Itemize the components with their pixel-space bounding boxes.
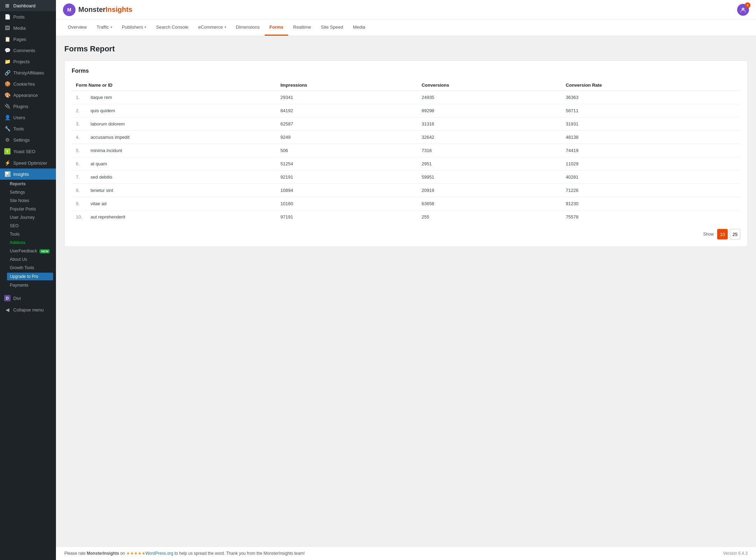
show-label: Show: [703, 232, 714, 237]
stars: ★★★★★: [126, 551, 145, 556]
tab-overview[interactable]: Overview: [63, 20, 92, 36]
sidebar-subitem-settings[interactable]: Settings: [0, 188, 56, 196]
row-conversions: 31316: [418, 117, 562, 131]
top-header: M MonsterInsights 0: [56, 0, 756, 20]
row-form-name: quis quidem: [86, 104, 276, 117]
tab-media[interactable]: Media: [348, 20, 370, 36]
row-form-name: vitae ad: [86, 197, 276, 210]
table-row: 7. sed debitis 92191 59951 40281: [72, 171, 740, 184]
row-conversion-rate: 75578: [562, 210, 740, 224]
tab-realtime[interactable]: Realtime: [288, 20, 316, 36]
page-btn-25[interactable]: 25: [730, 229, 740, 239]
row-number: 5.: [72, 144, 86, 157]
sidebar-item-label: Posts: [13, 14, 25, 20]
row-conversions: 255: [418, 210, 562, 224]
sidebar-item-posts[interactable]: 📄 Posts: [0, 11, 56, 22]
row-form-name: itaque rem: [86, 91, 276, 104]
row-form-name: tenetur sint: [86, 184, 276, 197]
sidebar: ⊞ Dashboard 📄 Posts 🖼 Media 📋 Pages 💬 Co…: [0, 0, 56, 560]
table-row: 3. laborum dolorem 62587 31316 31931: [72, 117, 740, 131]
sidebar-item-media[interactable]: 🖼 Media: [0, 22, 56, 34]
sidebar-subitem-seo[interactable]: SEO: [0, 222, 56, 230]
sidebar-item-dashboard[interactable]: ⊞ Dashboard: [0, 0, 56, 11]
page-btn-10[interactable]: 10: [717, 229, 728, 239]
table-row: 2. quis quidem 84192 89298 58711: [72, 104, 740, 117]
col-conversions: Conversions: [418, 80, 562, 91]
row-conversions: 32642: [418, 131, 562, 144]
sidebar-item-appearance[interactable]: 🎨 Appearance: [0, 89, 56, 101]
row-conversions: 59951: [418, 171, 562, 184]
sidebar-subitem-payments[interactable]: Payments: [0, 281, 56, 289]
row-impressions: 62587: [276, 117, 418, 131]
table-row: 5. minima incidunt 506 7316 74419: [72, 144, 740, 157]
table-row: 8. tenetur sint 10894 20919 71226: [72, 184, 740, 197]
sidebar-subitem-reports[interactable]: Reports: [0, 180, 56, 188]
wordpress-org-link[interactable]: WordPress.org: [145, 551, 173, 556]
sidebar-item-comments[interactable]: 💬 Comments: [0, 45, 56, 56]
header-avatar[interactable]: 0: [737, 4, 749, 16]
sidebar-item-label: Speed Optimizer: [13, 160, 47, 166]
tab-dimensions[interactable]: Dimensions: [231, 20, 265, 36]
yoast-icon: Y: [4, 148, 10, 155]
col-impressions: Impressions: [276, 80, 418, 91]
footer-text: Please rate MonsterInsights on ★★★★★Word…: [64, 551, 305, 556]
col-name: Form Name or ID: [72, 80, 276, 91]
sidebar-item-label: Tools: [13, 126, 24, 131]
sidebar-item-cookieyes[interactable]: 🍪 CookieYes: [0, 78, 56, 89]
row-number: 1.: [72, 91, 86, 104]
row-number: 7.: [72, 171, 86, 184]
row-impressions: 97191: [276, 210, 418, 224]
sidebar-item-yoast-seo[interactable]: Y Yoast SEO: [0, 145, 56, 157]
row-impressions: 84192: [276, 104, 418, 117]
tab-ecommerce[interactable]: eCommerce ▾: [193, 20, 231, 36]
sidebar-subitem-user-journey[interactable]: User Journey: [0, 213, 56, 222]
tab-publishers[interactable]: Publishers ▾: [117, 20, 151, 36]
table-row: 6. at quam 51254 2951 11029: [72, 157, 740, 171]
row-impressions: 9249: [276, 131, 418, 144]
row-form-name: at quam: [86, 157, 276, 171]
tab-forms[interactable]: Forms: [265, 20, 288, 36]
sidebar-item-label: Plugins: [13, 104, 28, 109]
sidebar-item-users[interactable]: 👤 Users: [0, 112, 56, 123]
collapse-icon: ◀: [4, 307, 10, 313]
row-impressions: 10160: [276, 197, 418, 210]
row-impressions: 10894: [276, 184, 418, 197]
row-number: 10.: [72, 210, 86, 224]
row-conversion-rate: 36363: [562, 91, 740, 104]
sidebar-subitem-popular-posts[interactable]: Popular Posts: [0, 205, 56, 213]
row-impressions: 51254: [276, 157, 418, 171]
svg-text:M: M: [67, 7, 71, 13]
sidebar-subitem-about-us[interactable]: About Us: [0, 255, 56, 264]
table-row: 9. vitae ad 10160 63658 91230: [72, 197, 740, 210]
sidebar-item-tools[interactable]: 🔧 Tools: [0, 123, 56, 134]
sidebar-item-thirstyaffiliates[interactable]: 🔗 ThirstyAffiliates: [0, 67, 56, 78]
posts-icon: 📄: [4, 14, 10, 20]
notification-badge: 0: [745, 2, 750, 8]
row-conversions: 2951: [418, 157, 562, 171]
row-conversion-rate: 48138: [562, 131, 740, 144]
sidebar-item-plugins[interactable]: 🔌 Plugins: [0, 101, 56, 112]
sidebar-item-label: Yoast SEO: [13, 149, 35, 154]
tab-traffic[interactable]: Traffic ▾: [92, 20, 117, 36]
sidebar-subitem-site-notes[interactable]: Site Notes: [0, 196, 56, 205]
col-conversion-rate: Conversion Rate: [562, 80, 740, 91]
sidebar-subitem-userfeedback[interactable]: UserFeedback NEW: [0, 247, 56, 255]
sidebar-subitem-addons[interactable]: Addons: [0, 238, 56, 247]
row-conversions: 89298: [418, 104, 562, 117]
tab-search-console[interactable]: Search Console: [151, 20, 193, 36]
sidebar-subitem-upgrade-to-pro[interactable]: Upgrade to Pro: [7, 273, 53, 280]
sidebar-item-speed-optimizer[interactable]: ⚡ Speed Optimizer: [0, 157, 56, 168]
sidebar-item-pages[interactable]: 📋 Pages: [0, 34, 56, 45]
sidebar-item-projects[interactable]: 📁 Projects: [0, 56, 56, 67]
sidebar-item-insights[interactable]: 📊 Insights: [0, 168, 56, 180]
row-form-name: aut reprehenderit: [86, 210, 276, 224]
tab-site-speed[interactable]: Site Speed: [316, 20, 348, 36]
sidebar-item-settings[interactable]: ⚙ Settings: [0, 134, 56, 145]
settings-icon: ⚙: [4, 137, 10, 143]
sidebar-subitem-tools[interactable]: Tools: [0, 230, 56, 238]
new-badge: NEW: [40, 249, 50, 253]
sidebar-collapse[interactable]: ◀ Collapse menu: [0, 304, 56, 315]
sidebar-subitem-growth-tools[interactable]: Growth Tools: [0, 264, 56, 272]
sidebar-item-divi[interactable]: D Divi: [0, 292, 56, 304]
row-number: 4.: [72, 131, 86, 144]
